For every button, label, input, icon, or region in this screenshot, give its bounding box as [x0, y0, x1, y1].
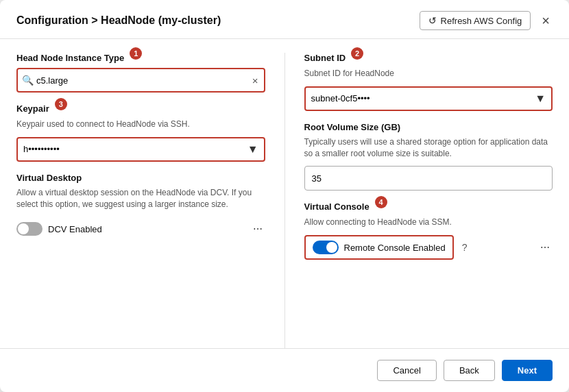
subnet-label-row: Subnet ID 2 — [304, 53, 553, 65]
virtual-console-sublabel: Allow connecting to HeadNode via SSM. — [304, 217, 553, 228]
keypair-select[interactable]: h•••••••••• — [23, 144, 245, 154]
modal-body: Head Node Instance Type 1 🔍 × Keypair 3 … — [0, 39, 569, 348]
root-volume-label: Root Volume Size (GB) — [304, 122, 553, 132]
badge-2: 2 — [351, 47, 363, 60]
root-volume-group: Root Volume Size (GB) Typically users wi… — [304, 122, 553, 191]
instance-type-group: Head Node Instance Type 1 🔍 × — [16, 53, 265, 93]
keypair-label-row: Keypair 3 — [16, 103, 265, 116]
remote-console-toggle-container: Remote Console Enabled — [304, 235, 454, 260]
column-divider — [284, 53, 285, 348]
next-button[interactable]: Next — [502, 360, 553, 381]
dcv-toggle[interactable] — [16, 222, 43, 236]
instance-type-input[interactable] — [36, 75, 251, 86]
keypair-label: Keypair — [16, 103, 49, 114]
remote-console-toggle[interactable] — [313, 241, 339, 254]
badge-1: 1 — [130, 47, 142, 60]
keypair-group: Keypair 3 Keypair used to connect to Hea… — [16, 103, 265, 162]
subnet-select[interactable]: subnet-0cf5•••• — [311, 93, 533, 103]
back-button[interactable]: Back — [444, 360, 495, 381]
badge-4: 4 — [375, 196, 387, 208]
virtual-console-more-button[interactable]: ⋯ — [537, 242, 553, 253]
root-volume-input[interactable] — [304, 166, 553, 191]
virtual-console-help-button[interactable]: ? — [459, 242, 470, 253]
virtual-desktop-group: Virtual Desktop Allow a virtual desktop … — [16, 173, 265, 236]
right-column: Subnet ID 2 Subnet ID for HeadNode subne… — [304, 53, 553, 348]
virtual-console-label: Virtual Console — [304, 201, 370, 212]
instance-type-label: Head Node Instance Type — [16, 53, 124, 63]
modal-footer: Cancel Back Next — [0, 348, 569, 392]
instance-type-label-row: Head Node Instance Type 1 — [16, 53, 265, 65]
left-column: Head Node Instance Type 1 🔍 × Keypair 3 … — [16, 53, 265, 348]
keypair-dropdown-icon: ▼ — [247, 143, 258, 156]
virtual-console-label-row: Virtual Console 4 — [304, 201, 553, 214]
refresh-button[interactable]: ↺ Refresh AWS Config — [420, 11, 531, 30]
refresh-icon: ↺ — [428, 15, 437, 26]
modal-title: Configuration > HeadNode (my-cluster) — [16, 14, 221, 27]
badge-3: 3 — [55, 98, 67, 110]
remote-console-label: Remote Console Enabled — [344, 243, 446, 253]
instance-type-input-row[interactable]: 🔍 × — [16, 68, 265, 93]
dcv-toggle-row: DCV Enabled ⋯ — [16, 222, 265, 236]
subnet-label: Subnet ID — [304, 53, 346, 63]
virtual-desktop-sublabel: Allow a virtual desktop session on the H… — [16, 187, 265, 210]
keypair-sublabel: Keypair used to connect to HeadNode via … — [16, 119, 265, 130]
subnet-select-row[interactable]: subnet-0cf5•••• ▼ — [304, 86, 553, 111]
clear-instance-type-button[interactable]: × — [251, 75, 260, 86]
header-right: ↺ Refresh AWS Config × — [420, 11, 553, 30]
virtual-desktop-label: Virtual Desktop — [16, 173, 265, 183]
search-icon: 🔍 — [22, 75, 34, 86]
subnet-sublabel: Subnet ID for HeadNode — [304, 68, 553, 79]
subnet-dropdown-icon: ▼ — [535, 93, 546, 105]
virtual-console-toggle-row: Remote Console Enabled ? ⋯ — [304, 235, 553, 260]
dcv-toggle-label: DCV Enabled — [48, 224, 102, 234]
dcv-slider — [16, 222, 43, 236]
modal-dialog: Configuration > HeadNode (my-cluster) ↺ … — [0, 0, 569, 392]
refresh-label: Refresh AWS Config — [441, 16, 522, 26]
close-button[interactable]: × — [539, 12, 553, 29]
modal-header: Configuration > HeadNode (my-cluster) ↺ … — [0, 0, 569, 39]
root-volume-sublabel: Typically users will use a shared storag… — [304, 136, 553, 160]
keypair-select-row[interactable]: h•••••••••• ▼ — [16, 137, 265, 162]
remote-console-slider — [313, 241, 339, 254]
subnet-group: Subnet ID 2 Subnet ID for HeadNode subne… — [304, 53, 553, 111]
virtual-console-group: Virtual Console 4 Allow connecting to He… — [304, 201, 553, 260]
dcv-more-button[interactable]: ⋯ — [250, 223, 265, 234]
cancel-button[interactable]: Cancel — [377, 360, 436, 381]
